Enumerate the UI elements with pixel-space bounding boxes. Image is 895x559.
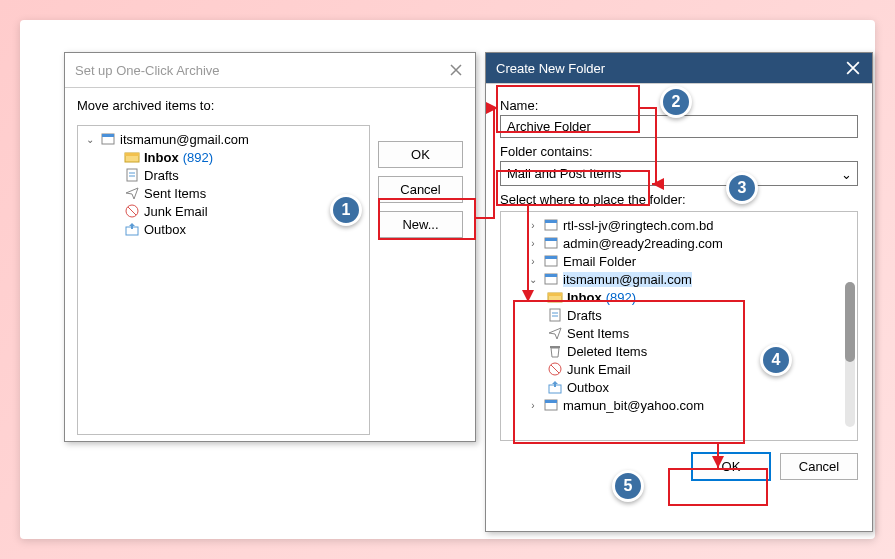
tree-account[interactable]: › admin@ready2reading.com (505, 234, 853, 252)
tree-item-label: Sent Items (144, 186, 206, 201)
scrollbar-thumb[interactable] (845, 282, 855, 362)
cancel-button[interactable]: Cancel (780, 453, 858, 480)
tree-account[interactable]: ⌄ itsmamun@gmail.com (505, 270, 853, 288)
store-icon (543, 271, 559, 287)
chevron-down-icon[interactable]: ⌄ (84, 134, 96, 145)
tree-item-label: Junk Email (567, 362, 631, 377)
create-title: Create New Folder (496, 61, 605, 76)
tree-item-label: Deleted Items (567, 344, 647, 359)
deleted-icon (547, 343, 563, 359)
ok-button[interactable]: OK (692, 453, 770, 480)
tree-item-label: Junk Email (144, 204, 208, 219)
tree-item-junk[interactable]: Junk Email (82, 202, 365, 220)
tree-item-label: Drafts (144, 168, 179, 183)
archive-title: Set up One-Click Archive (75, 63, 220, 78)
tree-item-sent[interactable]: Sent Items (82, 184, 365, 202)
sent-icon (124, 185, 140, 201)
tree-item-deleted[interactable]: Deleted Items (505, 342, 853, 360)
tree-item-label: Inbox (567, 290, 602, 305)
tree-item-label: Sent Items (567, 326, 629, 341)
tree-account[interactable]: ⌄ itsmamun@gmail.com (82, 130, 365, 148)
cancel-button[interactable]: Cancel (378, 176, 463, 203)
store-icon (543, 235, 559, 251)
tree-account[interactable]: › mamun_bit@yahoo.com (505, 396, 853, 414)
chevron-down-icon: ⌄ (841, 166, 852, 181)
sent-icon (547, 325, 563, 341)
outbox-icon (547, 379, 563, 395)
tree-item-junk[interactable]: Junk Email (505, 360, 853, 378)
folder-name-input[interactable] (500, 115, 858, 138)
chevron-right-icon[interactable]: › (527, 400, 539, 411)
chevron-right-icon[interactable]: › (527, 256, 539, 267)
junk-icon (547, 361, 563, 377)
outbox-icon (124, 221, 140, 237)
store-icon (100, 131, 116, 147)
tree-item-label: Outbox (567, 380, 609, 395)
tree-account[interactable]: › rtl-ssl-jv@ringtech.com.bd (505, 216, 853, 234)
drafts-icon (547, 307, 563, 323)
contains-label: Folder contains: (500, 144, 858, 159)
tree-item-count: (892) (606, 290, 636, 305)
chevron-right-icon[interactable]: › (527, 238, 539, 249)
create-folder-tree[interactable]: › rtl-ssl-jv@ringtech.com.bd › admin@rea… (500, 211, 858, 441)
tree-item-label: Inbox (144, 150, 179, 165)
tree-account[interactable]: › Email Folder (505, 252, 853, 270)
place-label: Select where to place the folder: (500, 192, 858, 207)
tree-item-outbox[interactable]: Outbox (505, 378, 853, 396)
inbox-icon (124, 149, 140, 165)
close-icon[interactable] (447, 61, 465, 79)
tree-item-drafts[interactable]: Drafts (82, 166, 365, 184)
folder-contains-select[interactable]: Mail and Post Items ⌄ (500, 161, 858, 186)
close-icon[interactable] (844, 59, 862, 77)
archive-move-label: Move archived items to: (77, 98, 214, 113)
archive-dialog: Set up One-Click Archive Move archived i… (64, 52, 476, 442)
chevron-right-icon[interactable]: › (527, 220, 539, 231)
tree-item-sent[interactable]: Sent Items (505, 324, 853, 342)
new-button[interactable]: New... (378, 211, 463, 238)
create-folder-dialog: Create New Folder Name: Folder contains:… (485, 52, 873, 532)
ok-button[interactable]: OK (378, 141, 463, 168)
tree-item-label: Drafts (567, 308, 602, 323)
archive-titlebar: Set up One-Click Archive (65, 53, 475, 88)
name-label: Name: (500, 98, 858, 113)
tree-item-outbox[interactable]: Outbox (82, 220, 365, 238)
store-icon (543, 217, 559, 233)
tree-item-count: (892) (183, 150, 213, 165)
tree-item-inbox[interactable]: Inbox (892) (82, 148, 365, 166)
create-titlebar: Create New Folder (486, 53, 872, 84)
tree-item-inbox[interactable]: Inbox (892) (505, 288, 853, 306)
tree-item-drafts[interactable]: Drafts (505, 306, 853, 324)
inbox-icon (547, 289, 563, 305)
chevron-down-icon[interactable]: ⌄ (527, 274, 539, 285)
tree-item-label: Outbox (144, 222, 186, 237)
drafts-icon (124, 167, 140, 183)
store-icon (543, 397, 559, 413)
archive-folder-tree[interactable]: ⌄ itsmamun@gmail.com Inbox (892) Drafts … (77, 125, 370, 435)
junk-icon (124, 203, 140, 219)
store-icon (543, 253, 559, 269)
